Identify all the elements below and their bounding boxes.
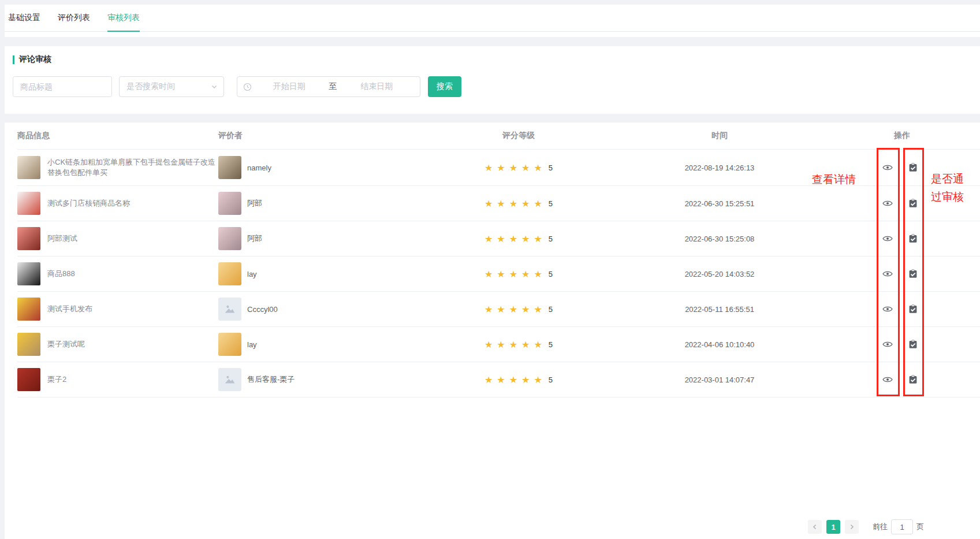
reviewer-name: 阿部 [247,198,262,209]
header-time: 时间 [628,131,811,141]
tab-bar: 基础设置 评价列表 审核列表 [5,5,980,37]
annotation-box-approve-column [903,148,924,396]
time-search-select-placeholder: 是否搜索时间 [126,81,175,92]
date-end-placeholder[interactable]: 结束日期 [340,81,415,92]
reviewer-cell: 售后客服-栗子 [218,368,409,391]
header-product: 商品信息 [17,131,218,141]
review-time: 2022-06-30 15:25:51 [685,199,755,208]
rating-value: 5 [549,235,553,243]
product-cell: 小CK链条加粗加宽单肩腋下包手提包金属链子改造替换包包配件单买 [17,156,218,179]
audit-table-panel: 商品信息 评价者 评分等级 时间 操作 小CK链条加粗加宽单肩腋下包手提包金属链… [5,122,980,539]
product-title: 阿部测试 [47,233,77,244]
time-cell: 2022-05-20 14:03:52 [628,270,811,278]
product-image [17,368,40,391]
date-start-placeholder[interactable]: 开始日期 [252,81,327,92]
reviewer-avatar [218,156,241,179]
clock-icon [243,83,252,91]
tabs: 基础设置 评价列表 审核列表 [5,5,980,32]
reviewer-name: 阿部 [247,233,262,244]
rating-value: 5 [549,270,553,278]
reviewer-avatar [218,333,241,356]
reviewer-avatar [218,298,241,321]
reviewer-cell: lay [218,333,409,356]
header-rating: 评分等级 [409,131,628,141]
product-title: 测试多门店核销商品名称 [47,198,130,209]
annotation-box-view-column [877,148,900,396]
star-rating-icons: ★★★★★ [485,233,546,244]
rating-cell: ★★★★★ 5 [409,339,628,350]
rating-value: 5 [549,199,553,208]
product-cell: 测试多门店核销商品名称 [17,192,218,215]
product-cell: 栗子2 [17,368,218,391]
product-title: 栗子测试呢 [47,339,85,350]
search-panel: 评论审核 是否搜索时间 开始日期 至 结束日期 搜索 [5,46,980,114]
time-cell: 2022-06-30 15:25:08 [628,235,811,243]
time-cell: 2022-05-11 16:55:51 [628,305,811,314]
header-actions: 操作 [811,131,980,141]
reviewer-cell: 阿部 [218,227,409,250]
product-image [17,192,40,215]
annotation-view-detail: 查看详情 [812,172,856,187]
tab-basic-settings[interactable]: 基础设置 [8,5,40,31]
reviewer-name: namely [247,163,271,172]
time-cell: 2022-04-06 10:10:40 [628,340,811,349]
reviewer-cell: namely [218,156,409,179]
search-button[interactable]: 搜索 [428,76,461,97]
product-title: 栗子2 [47,374,66,385]
filter-row: 是否搜索时间 开始日期 至 结束日期 搜索 [13,76,972,97]
time-cell: 2022-03-01 14:07:47 [628,376,811,384]
reviewer-name: 售后客服-栗子 [247,374,295,385]
rating-value: 5 [549,376,553,384]
pagination: 1 前往 页 [808,519,924,534]
reviewer-cell: 阿部 [218,192,409,215]
product-image [17,298,40,321]
review-time: 2022-08-19 14:26:13 [685,163,755,172]
current-page[interactable]: 1 [826,520,840,534]
next-page-button[interactable] [845,520,859,534]
review-time: 2022-03-01 14:07:47 [685,376,755,384]
rating-value: 5 [549,163,553,172]
product-cell: 栗子测试呢 [17,333,218,356]
chevron-left-icon [812,524,818,530]
reviewer-avatar [218,262,241,285]
product-title-input[interactable] [13,77,111,96]
rating-cell: ★★★★★ 5 [409,269,628,280]
reviewer-cell: lay [218,262,409,285]
table-row: 栗子2 售后客服-栗子 ★★★★★ 5 2022-03- [17,362,980,397]
section-title-text: 评论审核 [19,54,51,65]
rating-cell: ★★★★★ 5 [409,304,628,315]
product-image [17,227,40,250]
tab-audit-list[interactable]: 审核列表 [107,5,140,31]
review-time: 2022-05-11 16:55:51 [685,305,754,314]
product-image [17,156,40,179]
product-image [17,333,40,356]
product-title: 测试手机发布 [47,304,92,314]
star-rating-icons: ★★★★★ [485,269,546,280]
prev-page-button[interactable] [808,520,822,534]
review-time: 2022-04-06 10:10:40 [685,340,755,349]
star-rating-icons: ★★★★★ [485,162,546,173]
tab-review-list[interactable]: 评价列表 [58,5,90,31]
rating-cell: ★★★★★ 5 [409,374,628,385]
date-range-input[interactable]: 开始日期 至 结束日期 [237,76,420,97]
reviewer-avatar [218,368,241,391]
product-title: 小CK链条加粗加宽单肩腋下包手提包金属链子改造替换包包配件单买 [47,157,216,178]
reviewer-avatar [218,192,241,215]
reviewer-name: lay [247,340,257,349]
page-suffix: 页 [916,522,924,532]
reviewer-avatar [218,227,241,250]
product-title-input-wrap [13,76,112,97]
page: 基础设置 评价列表 审核列表 评论审核 是否搜索时间 [0,0,980,539]
header-reviewer: 评价者 [218,131,409,141]
table-header-row: 商品信息 评价者 评分等级 时间 操作 [17,122,980,150]
reviewer-name: lay [247,270,257,278]
image-placeholder-icon [223,373,236,386]
goto-page-input[interactable] [891,519,913,534]
reviewer-cell: Ccccyl00 [218,298,409,321]
product-cell: 阿部测试 [17,227,218,250]
time-search-select[interactable]: 是否搜索时间 [119,76,224,97]
review-time: 2022-06-30 15:25:08 [685,235,755,243]
chevron-right-icon [849,524,855,530]
product-cell: 测试手机发布 [17,298,218,321]
rating-cell: ★★★★★ 5 [409,233,628,244]
